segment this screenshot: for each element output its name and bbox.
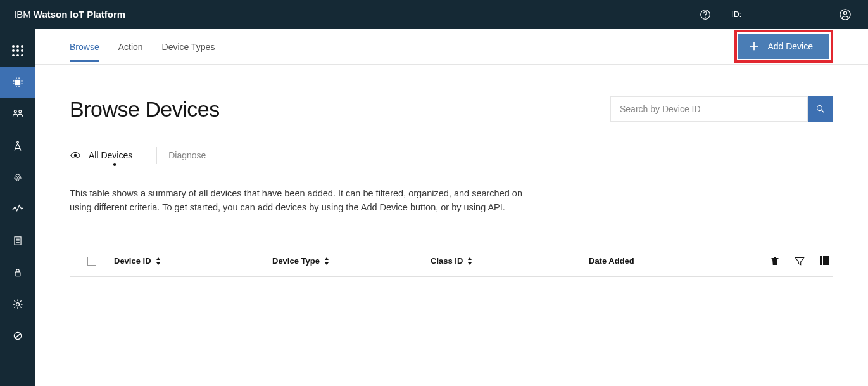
svg-rect-29 [15,272,20,276]
svg-point-24 [16,141,18,143]
nav-settings-icon[interactable] [0,288,35,320]
subtab-diagnose-label: Diagnose [168,150,206,160]
tab-browse[interactable]: Browse [70,30,99,62]
nav-members-icon[interactable] [0,98,35,130]
search-wrap [610,96,833,122]
svg-line-35 [822,110,824,113]
th-device-id-label: Device ID [114,256,151,266]
svg-rect-19 [18,77,19,79]
columns-icon[interactable] [819,255,829,267]
svg-point-3 [844,11,847,15]
page-title: Browse Devices [70,97,220,122]
help-icon[interactable] [696,6,714,23]
svg-point-7 [12,49,15,52]
th-device-type[interactable]: Device Type [272,256,431,266]
svg-point-22 [14,110,16,113]
th-select-all[interactable] [70,257,114,266]
svg-rect-39 [826,256,829,265]
plus-icon [750,42,758,51]
page-description: This table shows a summary of all device… [70,186,525,215]
svg-point-9 [21,49,23,52]
add-device-label: Add Device [767,41,813,51]
nav-fingerprint-icon[interactable] [0,162,35,193]
svg-rect-14 [13,80,14,81]
th-date-added-label: Date Added [589,256,634,266]
svg-point-12 [21,54,23,56]
org-id-label: ID: [732,10,741,19]
tabs-row: Browse Action Device Types Add Device [35,29,868,65]
th-class-id[interactable]: Class ID [431,256,589,266]
filter-icon[interactable] [794,255,805,267]
nav-security-icon[interactable] [0,257,35,288]
nav-apps-icon[interactable] [0,35,35,67]
subtab-all-devices-label: All Devices [89,150,132,160]
eye-icon [70,150,81,161]
svg-point-23 [18,110,21,113]
svg-point-6 [21,45,23,48]
add-device-highlight: Add Device [734,30,833,63]
tab-device-types[interactable]: Device Types [162,30,215,62]
svg-rect-18 [16,77,16,79]
subtab-all-devices[interactable]: All Devices [70,150,144,161]
search-input[interactable] [610,96,808,122]
brand-name: Watson IoT Platform [34,9,125,20]
svg-point-36 [74,154,76,156]
nav-rules-icon[interactable] [0,225,35,257]
add-device-button[interactable]: Add Device [738,34,829,59]
top-bar: IBM Watson IoT Platform ID: [0,0,868,29]
svg-point-30 [16,303,19,306]
svg-point-4 [12,45,15,48]
svg-rect-38 [823,256,826,265]
side-nav [0,29,35,386]
svg-rect-15 [13,83,14,84]
svg-rect-37 [820,256,822,265]
nav-architect-icon[interactable] [0,130,35,162]
th-date-added[interactable]: Date Added [589,256,715,266]
svg-rect-17 [21,83,22,84]
checkbox-icon [87,257,96,266]
main-content: Browse Action Device Types Add Device Br… [35,29,868,386]
sort-icon [155,257,161,265]
svg-point-1 [705,16,705,17]
search-button[interactable] [808,96,833,122]
svg-point-10 [12,54,15,56]
svg-rect-16 [21,80,22,81]
svg-rect-13 [15,80,20,85]
search-icon [815,104,826,114]
nav-extensions-icon[interactable] [0,320,35,352]
subtab-diagnose[interactable]: Diagnose [168,150,217,160]
user-avatar-icon[interactable] [836,6,854,23]
th-device-type-label: Device Type [272,256,320,266]
delete-icon[interactable] [770,255,780,267]
tab-action[interactable]: Action [118,30,143,62]
subtabs: All Devices • Diagnose [70,147,833,164]
nav-devices-icon[interactable] [0,67,35,98]
svg-point-5 [16,45,19,48]
svg-point-34 [817,106,822,111]
svg-point-8 [16,49,19,52]
th-device-id[interactable]: Device ID [114,256,272,266]
sort-icon [324,257,330,265]
divider [156,147,157,164]
brand: IBM Watson IoT Platform [14,9,125,20]
svg-point-11 [16,54,19,56]
svg-rect-20 [16,86,16,87]
svg-rect-21 [18,86,19,87]
sort-icon [467,257,473,265]
th-class-id-label: Class ID [431,256,463,266]
table-header-row: Device ID Device Type Class ID Date Adde… [70,245,833,277]
nav-usage-icon[interactable] [0,193,35,225]
brand-prefix: IBM [14,9,34,20]
